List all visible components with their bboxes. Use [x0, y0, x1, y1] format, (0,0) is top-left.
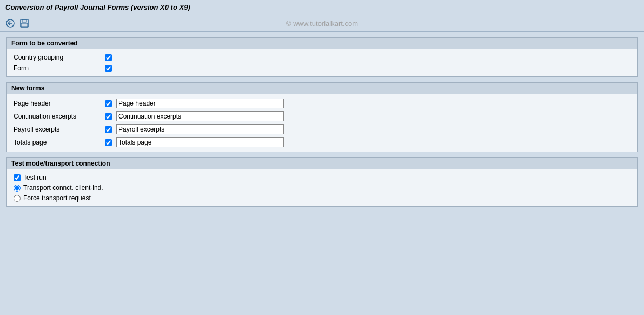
title-bar: Conversion of Payroll Journal Forms (ver… — [0, 0, 644, 15]
form-to-convert-header: Form to be converted — [7, 38, 637, 49]
transport-connct-radio[interactable] — [14, 185, 21, 192]
page-header-checkbox-cell — [100, 100, 116, 107]
main-content: Form to be converted Country grouping Fo… — [0, 32, 644, 218]
toolbar: © www.tutorialkart.com — [0, 15, 644, 32]
continuation-excerpts-row: Continuation excerpts — [14, 111, 630, 121]
page-header-row: Page header — [14, 99, 630, 108]
form-row: Form — [14, 64, 630, 72]
test-run-row: Test run — [14, 174, 630, 181]
new-forms-section: New forms Page header Continuation excer… — [6, 82, 638, 152]
new-forms-header: New forms — [7, 83, 637, 94]
watermark: © www.tutorialkart.com — [286, 19, 358, 28]
country-grouping-checkbox-cell — [100, 54, 116, 61]
force-transport-label: Force transport request — [23, 194, 91, 202]
continuation-excerpts-input[interactable] — [116, 111, 284, 121]
form-checkbox-cell — [100, 65, 116, 72]
form-to-convert-section: Form to be converted Country grouping Fo… — [6, 37, 638, 77]
payroll-excerpts-checkbox-cell — [100, 126, 116, 133]
form-checkbox[interactable] — [105, 65, 112, 72]
test-mode-header: Test mode/transport connection — [7, 158, 637, 169]
new-forms-body: Page header Continuation excerpts Payrol… — [7, 94, 637, 152]
payroll-excerpts-label: Payroll excerpts — [14, 126, 100, 133]
continuation-excerpts-label: Continuation excerpts — [14, 113, 100, 120]
totals-page-label: Totals page — [14, 139, 100, 146]
payroll-excerpts-checkbox[interactable] — [105, 126, 112, 133]
totals-page-input[interactable] — [116, 137, 284, 147]
transport-connct-label: Transport connct. client-ind. — [23, 184, 103, 192]
totals-page-checkbox[interactable] — [105, 139, 112, 146]
test-mode-section: Test mode/transport connection Test run … — [6, 158, 638, 207]
back-icon[interactable] — [4, 17, 16, 29]
country-grouping-label: Country grouping — [14, 54, 100, 61]
form-to-convert-body: Country grouping Form — [7, 49, 637, 76]
continuation-excerpts-checkbox[interactable] — [105, 113, 112, 120]
transport-connct-row: Transport connct. client-ind. — [14, 184, 630, 192]
country-grouping-row: Country grouping — [14, 54, 630, 61]
page-header-label: Page header — [14, 100, 100, 107]
svg-rect-4 — [21, 23, 28, 27]
payroll-excerpts-input[interactable] — [116, 124, 284, 134]
test-run-checkbox[interactable] — [14, 174, 21, 181]
continuation-excerpts-checkbox-cell — [100, 113, 116, 120]
test-mode-body: Test run Transport connct. client-ind. F… — [7, 169, 637, 206]
page-header-input[interactable] — [116, 99, 284, 108]
form-label: Form — [14, 64, 100, 72]
force-transport-radio[interactable] — [14, 195, 21, 202]
country-grouping-checkbox[interactable] — [105, 54, 112, 61]
page-title: Conversion of Payroll Journal Forms (ver… — [5, 3, 190, 11]
force-transport-row: Force transport request — [14, 194, 630, 202]
payroll-excerpts-row: Payroll excerpts — [14, 124, 630, 134]
page-header-checkbox[interactable] — [105, 100, 112, 107]
totals-page-row: Totals page — [14, 137, 630, 147]
save-icon[interactable] — [18, 17, 30, 29]
test-run-label: Test run — [23, 174, 47, 181]
totals-page-checkbox-cell — [100, 139, 116, 146]
